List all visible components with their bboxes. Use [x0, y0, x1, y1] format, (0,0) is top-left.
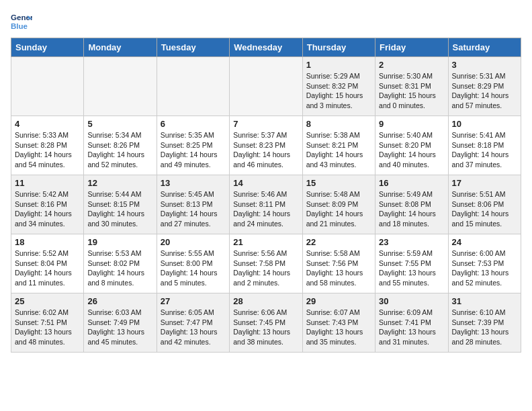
calendar-cell	[84, 57, 157, 116]
day-info: Sunrise: 5:40 AM Sunset: 8:20 PM Dayligh…	[379, 130, 444, 170]
calendar-cell: 7Sunrise: 5:37 AM Sunset: 8:23 PM Daylig…	[230, 116, 302, 175]
svg-text:Blue: Blue	[11, 22, 28, 30]
calendar-cell: 25Sunrise: 6:02 AM Sunset: 7:51 PM Dayli…	[11, 293, 84, 353]
day-info: Sunrise: 5:46 AM Sunset: 8:11 PM Dayligh…	[233, 189, 298, 229]
calendar-cell: 19Sunrise: 5:53 AM Sunset: 8:02 PM Dayli…	[84, 234, 157, 293]
day-info: Sunrise: 6:06 AM Sunset: 7:45 PM Dayligh…	[233, 308, 298, 347]
day-info: Sunrise: 5:37 AM Sunset: 8:23 PM Dayligh…	[233, 130, 298, 170]
day-info: Sunrise: 5:55 AM Sunset: 8:00 PM Dayligh…	[161, 248, 226, 288]
day-number: 29	[306, 296, 371, 306]
page-header: General Blue	[11, 11, 521, 32]
calendar-week-row: 1Sunrise: 5:29 AM Sunset: 8:32 PM Daylig…	[11, 57, 521, 116]
day-number: 18	[15, 237, 80, 247]
calendar-cell: 29Sunrise: 6:07 AM Sunset: 7:43 PM Dayli…	[302, 293, 375, 353]
calendar-cell: 10Sunrise: 5:41 AM Sunset: 8:18 PM Dayli…	[448, 116, 521, 175]
day-number: 4	[15, 119, 80, 129]
logo-icon: General Blue	[11, 11, 32, 32]
day-number: 10	[452, 119, 517, 129]
day-info: Sunrise: 6:00 AM Sunset: 7:53 PM Dayligh…	[452, 248, 517, 288]
day-info: Sunrise: 5:44 AM Sunset: 8:15 PM Dayligh…	[87, 189, 152, 229]
day-info: Sunrise: 5:34 AM Sunset: 8:26 PM Dayligh…	[87, 130, 152, 170]
day-number: 19	[87, 237, 152, 247]
calendar-cell	[157, 57, 229, 116]
weekday-header-tuesday: Tuesday	[157, 38, 229, 57]
day-info: Sunrise: 5:48 AM Sunset: 8:09 PM Dayligh…	[306, 189, 371, 229]
day-info: Sunrise: 5:58 AM Sunset: 7:56 PM Dayligh…	[306, 248, 371, 288]
day-number: 30	[379, 296, 444, 306]
calendar-cell: 17Sunrise: 5:51 AM Sunset: 8:06 PM Dayli…	[448, 175, 521, 234]
calendar-cell: 9Sunrise: 5:40 AM Sunset: 8:20 PM Daylig…	[375, 116, 448, 175]
calendar-cell: 4Sunrise: 5:33 AM Sunset: 8:28 PM Daylig…	[11, 116, 84, 175]
day-info: Sunrise: 6:05 AM Sunset: 7:47 PM Dayligh…	[161, 308, 226, 347]
day-info: Sunrise: 5:29 AM Sunset: 8:32 PM Dayligh…	[306, 71, 371, 111]
day-number: 13	[161, 178, 226, 188]
day-number: 24	[452, 237, 517, 247]
day-number: 2	[379, 60, 444, 70]
day-info: Sunrise: 5:53 AM Sunset: 8:02 PM Dayligh…	[87, 248, 152, 288]
day-info: Sunrise: 6:02 AM Sunset: 7:51 PM Dayligh…	[15, 308, 80, 347]
weekday-header-friday: Friday	[375, 38, 448, 57]
day-number: 31	[452, 296, 517, 306]
calendar-cell	[230, 57, 302, 116]
day-number: 23	[379, 237, 444, 247]
day-number: 6	[161, 119, 226, 129]
calendar-cell: 3Sunrise: 5:31 AM Sunset: 8:29 PM Daylig…	[448, 57, 521, 116]
day-number: 21	[233, 237, 298, 247]
calendar-cell: 1Sunrise: 5:29 AM Sunset: 8:32 PM Daylig…	[302, 57, 375, 116]
day-info: Sunrise: 6:03 AM Sunset: 7:49 PM Dayligh…	[87, 308, 152, 347]
day-number: 27	[161, 296, 226, 306]
day-number: 20	[161, 237, 226, 247]
calendar-cell: 18Sunrise: 5:52 AM Sunset: 8:04 PM Dayli…	[11, 234, 84, 293]
calendar-cell: 28Sunrise: 6:06 AM Sunset: 7:45 PM Dayli…	[230, 293, 302, 353]
calendar-cell	[11, 57, 84, 116]
calendar-week-row: 18Sunrise: 5:52 AM Sunset: 8:04 PM Dayli…	[11, 234, 521, 293]
day-info: Sunrise: 5:33 AM Sunset: 8:28 PM Dayligh…	[15, 130, 80, 170]
calendar-cell: 26Sunrise: 6:03 AM Sunset: 7:49 PM Dayli…	[84, 293, 157, 353]
weekday-header-row: SundayMondayTuesdayWednesdayThursdayFrid…	[11, 38, 521, 57]
logo: General Blue	[11, 11, 32, 32]
calendar-cell: 5Sunrise: 5:34 AM Sunset: 8:26 PM Daylig…	[84, 116, 157, 175]
day-number: 7	[233, 119, 298, 129]
day-info: Sunrise: 5:56 AM Sunset: 7:58 PM Dayligh…	[233, 248, 298, 288]
day-info: Sunrise: 5:42 AM Sunset: 8:16 PM Dayligh…	[15, 189, 80, 229]
calendar-cell: 22Sunrise: 5:58 AM Sunset: 7:56 PM Dayli…	[302, 234, 375, 293]
day-number: 16	[379, 178, 444, 188]
day-info: Sunrise: 6:09 AM Sunset: 7:41 PM Dayligh…	[379, 308, 444, 347]
day-info: Sunrise: 5:38 AM Sunset: 8:21 PM Dayligh…	[306, 130, 371, 170]
day-number: 3	[452, 60, 517, 70]
day-number: 1	[306, 60, 371, 70]
day-number: 5	[87, 119, 152, 129]
day-number: 25	[15, 296, 80, 306]
day-number: 28	[233, 296, 298, 306]
calendar-cell: 2Sunrise: 5:30 AM Sunset: 8:31 PM Daylig…	[375, 57, 448, 116]
day-number: 22	[306, 237, 371, 247]
weekday-header-wednesday: Wednesday	[230, 38, 302, 57]
day-number: 26	[87, 296, 152, 306]
day-number: 17	[452, 178, 517, 188]
calendar-cell: 6Sunrise: 5:35 AM Sunset: 8:25 PM Daylig…	[157, 116, 229, 175]
calendar-cell: 21Sunrise: 5:56 AM Sunset: 7:58 PM Dayli…	[230, 234, 302, 293]
day-info: Sunrise: 6:07 AM Sunset: 7:43 PM Dayligh…	[306, 308, 371, 347]
calendar-cell: 12Sunrise: 5:44 AM Sunset: 8:15 PM Dayli…	[84, 175, 157, 234]
calendar-cell: 31Sunrise: 6:10 AM Sunset: 7:39 PM Dayli…	[448, 293, 521, 353]
calendar-cell: 27Sunrise: 6:05 AM Sunset: 7:47 PM Dayli…	[157, 293, 229, 353]
day-number: 8	[306, 119, 371, 129]
weekday-header-monday: Monday	[84, 38, 157, 57]
weekday-header-saturday: Saturday	[448, 38, 521, 57]
day-number: 11	[15, 178, 80, 188]
day-info: Sunrise: 5:35 AM Sunset: 8:25 PM Dayligh…	[161, 130, 226, 170]
day-info: Sunrise: 5:30 AM Sunset: 8:31 PM Dayligh…	[379, 71, 444, 111]
calendar-cell: 8Sunrise: 5:38 AM Sunset: 8:21 PM Daylig…	[302, 116, 375, 175]
calendar-week-row: 4Sunrise: 5:33 AM Sunset: 8:28 PM Daylig…	[11, 116, 521, 175]
day-info: Sunrise: 5:41 AM Sunset: 8:18 PM Dayligh…	[452, 130, 517, 170]
day-info: Sunrise: 6:10 AM Sunset: 7:39 PM Dayligh…	[452, 308, 517, 347]
day-number: 15	[306, 178, 371, 188]
day-number: 12	[87, 178, 152, 188]
calendar-cell: 13Sunrise: 5:45 AM Sunset: 8:13 PM Dayli…	[157, 175, 229, 234]
day-info: Sunrise: 5:52 AM Sunset: 8:04 PM Dayligh…	[15, 248, 80, 288]
calendar-table: SundayMondayTuesdayWednesdayThursdayFrid…	[11, 38, 521, 353]
day-number: 14	[233, 178, 298, 188]
day-info: Sunrise: 5:31 AM Sunset: 8:29 PM Dayligh…	[452, 71, 517, 111]
calendar-cell: 11Sunrise: 5:42 AM Sunset: 8:16 PM Dayli…	[11, 175, 84, 234]
day-number: 9	[379, 119, 444, 129]
